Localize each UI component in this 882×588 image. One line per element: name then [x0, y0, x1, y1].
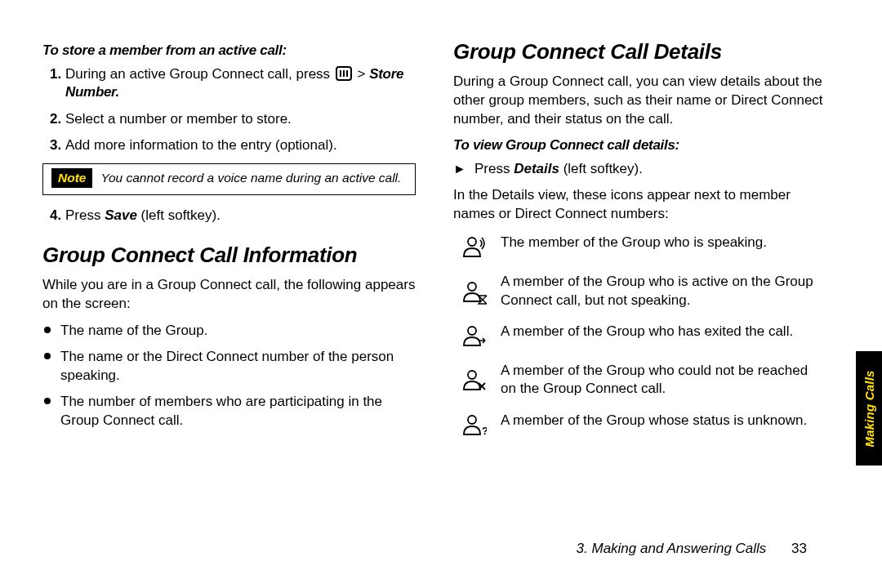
- left-column: To store a member from an active call: D…: [42, 36, 416, 438]
- row-2-desc: A member of the Group who is active on t…: [501, 273, 826, 310]
- person-unreached-icon: [453, 362, 494, 399]
- row-3-desc: A member of the Group who has exited the…: [501, 323, 826, 349]
- right-column: Group Connect Call Details During a Grou…: [453, 36, 826, 438]
- step-3: Add more information to the entry (optio…: [65, 136, 416, 154]
- svg-point-3: [468, 371, 476, 379]
- row-4-desc: A member of the Group who could not be r…: [501, 362, 826, 399]
- person-active-icon: [453, 273, 494, 310]
- section-tab: Making Calls: [856, 351, 882, 466]
- person-speaking-icon: [453, 234, 494, 260]
- view-details-step: Press Details (left softkey).: [453, 160, 826, 178]
- arrow-text-a: Press: [474, 161, 514, 176]
- call-details-heading: Group Connect Call Details: [453, 39, 826, 65]
- step-4: Press Save (left softkey).: [65, 207, 416, 225]
- note-text: You cannot record a voice name during an…: [100, 171, 401, 185]
- person-exited-icon: [453, 323, 494, 349]
- step-4-save: Save: [105, 207, 137, 223]
- call-details-para2: In the Details view, these icons appear …: [453, 186, 826, 224]
- step-1-text-b: >: [354, 66, 369, 82]
- svg-point-1: [468, 283, 476, 291]
- step-1-text-a: During an active Group Connect call, pre…: [65, 66, 334, 82]
- arrow-details: Details: [514, 161, 559, 176]
- arrow-step: Press Details (left softkey).: [453, 160, 826, 178]
- store-member-subhead: To store a member from an active call:: [42, 42, 416, 59]
- call-info-heading: Group Connect Call Information: [42, 243, 416, 268]
- footer-chapter: 3. Making and Answering Calls: [577, 541, 767, 556]
- section-tab-label: Making Calls: [862, 370, 876, 447]
- row-1-desc: The member of the Group who is speaking.: [501, 234, 826, 260]
- call-info-para: While you are in a Group Connect call, t…: [42, 276, 416, 314]
- svg-point-0: [468, 238, 476, 246]
- call-details-para1: During a Group Connect call, you can vie…: [453, 73, 826, 129]
- step-4-text-a: Press: [65, 207, 105, 223]
- svg-point-2: [468, 327, 476, 335]
- row-5-desc: A member of the Group whose status is un…: [501, 412, 826, 438]
- bullet-3: The number of members who are participat…: [42, 393, 416, 430]
- note-label: Note: [51, 168, 92, 188]
- svg-text:?: ?: [482, 425, 487, 437]
- step-4-text-c: (left softkey).: [137, 207, 220, 223]
- person-unknown-icon: ?: [453, 412, 494, 438]
- store-member-steps: During an active Group Connect call, pre…: [42, 65, 416, 155]
- bullet-1: The name of the Group.: [42, 322, 416, 340]
- call-info-bullets: The name of the Group. The name or the D…: [42, 322, 416, 430]
- page-footer: 3. Making and Answering Calls 33: [577, 541, 807, 557]
- arrow-text-c: (left softkey).: [559, 161, 643, 176]
- manual-page: To store a member from an active call: D…: [0, 0, 882, 588]
- contacts-key-icon: [336, 66, 352, 81]
- step-1: During an active Group Connect call, pre…: [65, 65, 416, 102]
- two-column-layout: To store a member from an active call: D…: [42, 36, 826, 438]
- step-2: Select a number or member to store.: [65, 110, 416, 128]
- bullet-2: The name or the Direct Connect number of…: [42, 348, 416, 385]
- note-box: NoteYou cannot record a voice name durin…: [42, 163, 416, 195]
- footer-page-number: 33: [791, 541, 807, 556]
- view-details-subhead: To view Group Connect call details:: [453, 137, 826, 154]
- icon-meaning-table: The member of the Group who is speaking.…: [453, 234, 826, 438]
- svg-point-4: [468, 416, 476, 424]
- store-member-steps-cont: Press Save (left softkey).: [42, 207, 416, 225]
